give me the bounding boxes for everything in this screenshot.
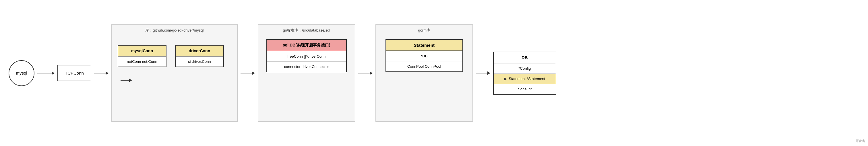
statement-ptr-text: Statement *Statement xyxy=(508,77,545,81)
mysqlconn-field1: netConn net.Conn xyxy=(118,57,166,67)
arrow-tcp-group1 xyxy=(94,71,108,75)
group-go-stdlib: go标准库：/src/database/sql sql.DB(实现开启事务接口)… xyxy=(258,24,355,122)
arrow-line xyxy=(476,73,487,73)
arrow-group2-group3 xyxy=(358,71,373,75)
statement-field2: ConnPool ConnPool xyxy=(386,61,462,71)
sqldb-field2: connector driver.Connector xyxy=(267,62,346,72)
watermark: 开发者 xyxy=(856,139,865,143)
arrow-head xyxy=(52,71,55,75)
arrow-line xyxy=(121,80,129,81)
driverconn-struct: driverConn ci driver.Conn xyxy=(175,45,224,67)
arrow-line xyxy=(94,73,105,73)
statement-field1: *DB xyxy=(386,51,462,61)
outer-structs: DB *Config ▶ Statement *Statement clone … xyxy=(493,51,556,95)
arrow-head xyxy=(129,79,132,82)
config-field: *Config xyxy=(494,63,556,74)
driverconn-field1: ci driver.Conn xyxy=(176,57,223,67)
group1-inner: mysqlConn netConn net.Conn driverConn ci… xyxy=(118,36,231,116)
statement-arrow-indicator: ▶ xyxy=(504,77,507,81)
tcpconn-label: TCPConn xyxy=(65,71,84,75)
group3-label: gorm库 xyxy=(418,28,431,33)
arrow-head xyxy=(370,71,373,75)
db-struct: DB *Config ▶ Statement *Statement clone … xyxy=(493,51,556,95)
arrow-down-mysqlconn xyxy=(121,79,132,82)
statement-ptr-field: ▶ Statement *Statement xyxy=(494,74,556,84)
arrow-mysql-tcp xyxy=(37,71,55,75)
group-gorm: gorm库 Statement *DB ConnPool ConnPool xyxy=(375,24,473,122)
db-header: DB xyxy=(494,52,556,63)
mysqlconn-header: mysqlConn xyxy=(118,46,166,57)
clone-field: clone int xyxy=(494,84,556,94)
arrow-line xyxy=(358,73,370,73)
mysql-node: mysql xyxy=(9,60,34,86)
diagram: mysql TCPConn 库：github.com/go-sql-driver… xyxy=(9,24,859,122)
mysql-label: mysql xyxy=(16,71,27,75)
arrow-line xyxy=(241,73,252,73)
statement-struct: Statement *DB ConnPool ConnPool xyxy=(385,39,463,72)
arrow-group1-group2 xyxy=(241,71,255,75)
sqldb-header: sql.DB(实现开启事务接口) xyxy=(267,40,346,51)
group1-label: 库：github.com/go-sql-driver/mysql xyxy=(145,28,204,33)
driverconn-header: driverConn xyxy=(176,46,223,57)
arrow-line xyxy=(37,73,52,73)
sqldb-field1: freeConn []*driverConn xyxy=(267,51,346,62)
group-go-sql-driver: 库：github.com/go-sql-driver/mysql mysqlCo… xyxy=(112,24,238,122)
sqldb-struct: sql.DB(实现开启事务接口) freeConn []*driverConn … xyxy=(267,39,347,72)
tcpconn-box: TCPConn xyxy=(57,65,91,81)
mysqlconn-struct: mysqlConn netConn net.Conn xyxy=(118,45,166,67)
group2-label: go标准库：/src/database/sql xyxy=(283,28,330,33)
arrow-head xyxy=(487,71,490,75)
statement-header: Statement xyxy=(386,40,462,51)
arrow-head xyxy=(252,71,255,75)
arrow-group3-right xyxy=(476,71,490,75)
arrow-head xyxy=(105,71,108,75)
